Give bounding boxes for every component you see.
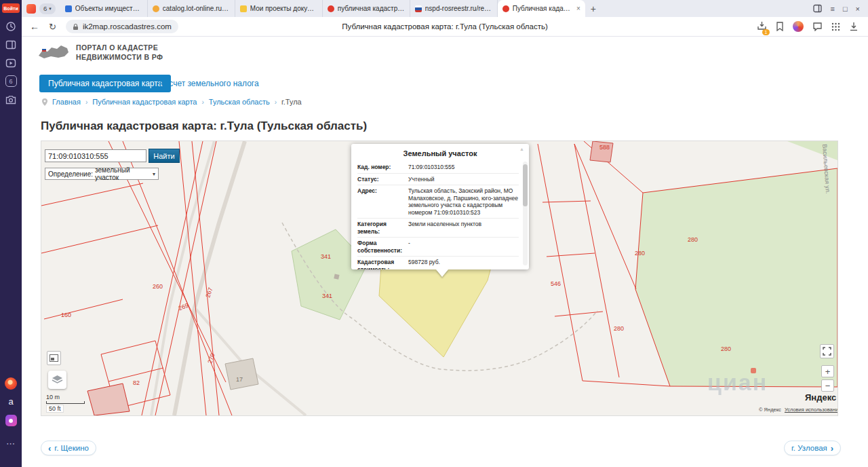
map-attribution: © Яндекс Условия использования xyxy=(759,407,838,413)
row-value: 598728 руб. xyxy=(408,259,519,269)
tab-land-tax-link[interactable]: Расчет земельного налога xyxy=(159,79,259,88)
map[interactable]: 341 341 260 269 267 270 160 82 546 280 2… xyxy=(41,141,838,416)
prev-city-label: г. Щекино xyxy=(54,444,89,452)
terms-link[interactable]: Условия использования xyxy=(785,407,838,413)
browser-logo-icon[interactable] xyxy=(0,377,22,390)
breadcrumb-map[interactable]: Публичная кадастровая карта xyxy=(92,98,197,106)
popup-title: Земельный участок xyxy=(351,144,529,157)
breadcrumb-separator-icon: › xyxy=(201,98,203,106)
downloads-icon[interactable]: 1 xyxy=(757,20,767,33)
parcel-label: 280 xyxy=(688,236,698,243)
address-bar: ← ↻ ik2map.roscadastres.com Публичная ка… xyxy=(22,17,868,37)
find-button[interactable]: Найти xyxy=(149,149,180,163)
parcel-label: 588 xyxy=(599,144,610,151)
page-title-chrome: Публичная кадастровая карта: г.Тула (Тул… xyxy=(225,22,665,31)
tab-3-favicon xyxy=(240,5,247,12)
row-value: Учтенный xyxy=(408,176,519,183)
back-icon[interactable]: ← xyxy=(30,21,39,32)
apps-grid-icon[interactable] xyxy=(831,22,840,31)
scrollbar-thumb[interactable] xyxy=(523,164,528,206)
definition-label: Определение: xyxy=(48,170,93,178)
url-field[interactable]: ik2map.roscadastres.com xyxy=(66,20,178,33)
popup-scrollbar[interactable] xyxy=(523,162,528,265)
yandex-logo[interactable]: Яндекс xyxy=(805,392,836,403)
row-label: Кад. номер: xyxy=(357,164,408,171)
layers-button[interactable] xyxy=(48,371,66,389)
chevron-left-icon: ‹ xyxy=(48,444,51,453)
alice-icon[interactable]: а xyxy=(0,396,22,407)
services-icon[interactable] xyxy=(0,415,22,426)
tab-6-label: Публичная кадастровая к... xyxy=(513,5,572,12)
tab-2[interactable]: catalog.lot-online.ru/inde... xyxy=(148,0,235,17)
address-bar-actions: 1 xyxy=(757,20,868,33)
next-city-button[interactable]: г. Узловая › xyxy=(784,441,841,455)
logo-line2: НЕДВИЖИМОСТИ В РФ xyxy=(76,52,163,62)
chevron-right-icon: › xyxy=(831,444,833,453)
tab-close-icon[interactable]: × xyxy=(575,5,580,12)
fullscreen-button[interactable] xyxy=(820,344,834,358)
reload-icon[interactable]: ↻ xyxy=(49,22,56,32)
parcel-label: 82 xyxy=(133,379,140,386)
tab-bar: 6 ▾ Объекты имущества - Ф... catalog.lot… xyxy=(22,0,868,17)
parcel-info-popup: Земельный участок ▲ Кад. номер:71:09:010… xyxy=(351,144,529,269)
site-logo[interactable]: ПОРТАЛ О КАДАСТРЕ НЕДВИЖИМОСТИ В РФ xyxy=(37,42,163,62)
maximize-icon[interactable]: □ xyxy=(843,5,848,13)
parcel-label: 341 xyxy=(321,253,331,260)
definition-select[interactable]: Определение: земельный участок ▾ xyxy=(45,168,159,180)
table-row: Категория земель:Земли населенных пункто… xyxy=(357,218,519,237)
comments-icon[interactable] xyxy=(812,22,823,31)
map-pin-icon xyxy=(42,98,47,106)
window-close-icon[interactable]: × xyxy=(856,5,860,13)
row-label: Кадастровая стоимость: xyxy=(357,259,408,269)
tab-cadastral-map[interactable]: Публичная кадастровая карта xyxy=(39,75,171,92)
save-page-icon[interactable] xyxy=(849,22,859,31)
tab-2-favicon xyxy=(153,5,159,12)
collapse-icon[interactable]: ▲ xyxy=(519,147,524,151)
tab-1[interactable]: Объекты имущества - Ф... xyxy=(60,0,148,17)
tab-4-favicon xyxy=(328,5,334,12)
parcel-label: 280 xyxy=(614,325,624,332)
login-button[interactable]: Войти xyxy=(2,3,20,13)
page-heading: Публичная кадастровая карта: г.Тула (Тул… xyxy=(41,119,367,133)
tab-5-favicon xyxy=(415,5,422,12)
layers-icon xyxy=(52,375,63,385)
browser-menu-icon[interactable] xyxy=(26,4,36,14)
tab-4[interactable]: публичная кадастровая xyxy=(323,0,410,17)
logo-line1: ПОРТАЛ О КАДАСТРЕ xyxy=(76,43,163,52)
map-scale: 10 m 50 ft xyxy=(46,394,85,413)
cadastral-search-input[interactable] xyxy=(45,149,146,162)
video-icon[interactable] xyxy=(0,58,22,69)
tab-5[interactable]: nspd-rosreestr.ru/region/ xyxy=(410,0,498,17)
table-row: Адрес:Тульская область, Заокский район, … xyxy=(357,185,519,218)
tab-6-active[interactable]: Публичная кадастровая к... × xyxy=(498,0,585,17)
popup-pointer xyxy=(436,269,448,277)
copyright-text: © Яндекс xyxy=(759,407,781,413)
profile-avatar[interactable] xyxy=(793,21,804,32)
side-panel-icon[interactable] xyxy=(0,39,22,50)
more-icon[interactable]: ⋯ xyxy=(0,438,22,449)
history-icon[interactable] xyxy=(0,21,22,32)
parcel-label: 280 xyxy=(635,250,645,257)
breadcrumb-home[interactable]: Главная xyxy=(52,98,81,106)
row-label: Адрес: xyxy=(357,187,408,216)
menu-icon[interactable]: ≡ xyxy=(830,5,834,13)
zoom-in-button[interactable]: + xyxy=(821,365,834,377)
mini-map-button[interactable] xyxy=(47,351,61,365)
downloads-badge: 1 xyxy=(762,29,770,35)
breadcrumb-region[interactable]: Тульская область xyxy=(209,98,270,106)
tab-6-favicon xyxy=(502,5,509,12)
panels-icon[interactable] xyxy=(813,4,822,13)
bookmark-icon[interactable] xyxy=(776,22,784,31)
tab-count-label: 6 xyxy=(43,5,47,12)
lock-icon xyxy=(73,23,79,31)
definition-value: земельный участок xyxy=(95,166,151,181)
prev-city-button[interactable]: ‹ г. Щекино xyxy=(41,441,96,455)
tab-3[interactable]: Мои проекты документ... xyxy=(235,0,323,17)
zoom-out-button[interactable]: − xyxy=(821,379,834,392)
tab-counter-icon[interactable]: 6 xyxy=(0,75,22,87)
tab-count-dropdown[interactable]: 6 ▾ xyxy=(39,3,56,14)
tab-3-label: Мои проекты документ... xyxy=(250,5,317,12)
new-tab-button[interactable]: + xyxy=(585,3,601,14)
screenshot-icon[interactable] xyxy=(0,94,22,105)
site-logo-text: ПОРТАЛ О КАДАСТРЕ НЕДВИЖИМОСТИ В РФ xyxy=(76,43,163,62)
